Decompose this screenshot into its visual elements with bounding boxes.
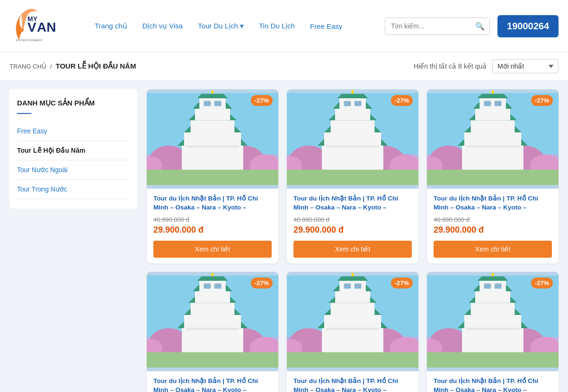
sidebar-item-tour-trong-nuoc[interactable]: Tour Trong Nước — [17, 180, 130, 199]
result-count-text: Hiển thị tất cả 8 kết quả — [414, 62, 487, 70]
sort-select[interactable]: Mới nhất Giá thấp nhất Giá cao nhất Nổi … — [492, 59, 559, 73]
svg-rect-47 — [344, 101, 351, 106]
result-sort: Hiển thị tất cả 8 kết quả Mới nhất Giá t… — [414, 59, 559, 73]
card-title[interactable]: Tour du lịch Nhật Bản | TP. Hồ Chí Minh … — [153, 377, 272, 392]
card-new-price: 29.900.000 đ — [153, 225, 272, 235]
svg-rect-14 — [184, 132, 241, 146]
product-card: -27% Tour du lịch Nhật Bản | TP. Hồ Chí … — [147, 89, 278, 263]
svg-point-69 — [491, 90, 494, 93]
sidebar-item-tour-le-hoi[interactable]: Tour Lễ Hội Đầu Năm — [17, 141, 130, 160]
svg-rect-49 — [287, 170, 418, 185]
svg-rect-18 — [195, 109, 230, 120]
card-title[interactable]: Tour du lịch Nhật Bản | TP. Hồ Chí Minh … — [293, 194, 412, 212]
svg-rect-25 — [214, 101, 222, 106]
svg-marker-90 — [197, 277, 228, 281]
svg-rect-93 — [204, 283, 211, 288]
svg-rect-48 — [355, 101, 362, 106]
card-body: Tour du lịch Nhật Bản | TP. Hồ Chí Minh … — [427, 189, 559, 263]
svg-marker-136 — [478, 277, 508, 281]
svg-rect-110 — [335, 291, 370, 303]
svg-rect-41 — [335, 109, 370, 120]
search-input[interactable] — [385, 18, 470, 34]
nav-free-easy[interactable]: Free Easy — [310, 22, 342, 30]
svg-rect-94 — [214, 283, 222, 288]
svg-marker-44 — [337, 94, 368, 98]
chevron-down-icon: ▾ — [240, 22, 244, 30]
phone-button[interactable]: 19000264 — [497, 15, 559, 37]
card-image-wrap: -27% — [427, 272, 559, 371]
svg-rect-118 — [287, 352, 418, 367]
svg-rect-60 — [464, 132, 521, 146]
card-title[interactable]: Tour du lịch Nhật Bản | TP. Hồ Chí Minh … — [153, 194, 272, 212]
svg-point-115 — [351, 273, 354, 276]
card-image-wrap: -27% — [147, 89, 278, 189]
svg-text:AN: AN — [37, 20, 56, 35]
search-icon: 🔍 — [475, 22, 485, 30]
product-grid-wrap: -27% Tour du lịch Nhật Bản | TP. Hồ Chí … — [147, 89, 559, 392]
discount-badge: -27% — [531, 95, 553, 106]
card-old-price: 40.990.000 đ — [293, 216, 412, 223]
svg-rect-112 — [339, 281, 366, 291]
svg-text:MY: MY — [27, 15, 38, 23]
svg-rect-72 — [427, 170, 559, 185]
svg-rect-133 — [475, 291, 510, 303]
svg-rect-89 — [199, 281, 226, 291]
card-image-wrap: -27% — [427, 89, 559, 189]
svg-rect-24 — [204, 101, 211, 106]
nav-tin-du-lich[interactable]: Tin Du Lịch — [259, 22, 295, 30]
nav-tour-du-lich[interactable]: Tour Du Lịch ▾ — [198, 22, 244, 30]
product-card: -27% Tour du lịch Nhật Bản | TP. Hồ Chí … — [427, 89, 559, 263]
sidebar-item-free-easy[interactable]: Free Easy — [17, 122, 130, 141]
breadcrumb-home[interactable]: TRANG CHỦ — [9, 63, 46, 70]
nav-trang-chu[interactable]: Trang chủ — [95, 22, 127, 30]
card-old-price: 40.990.000 đ — [434, 216, 552, 223]
logo[interactable]: V AN MY ENTERTAINMENT — [9, 7, 76, 45]
svg-rect-139 — [484, 283, 491, 288]
svg-rect-131 — [471, 303, 515, 315]
svg-rect-39 — [331, 120, 375, 132]
discount-badge: -27% — [531, 278, 553, 288]
svg-marker-113 — [337, 277, 368, 281]
card-image-wrap: -27% — [147, 272, 278, 371]
card-title[interactable]: Tour du lịch Nhật Bản | TP. Hồ Chí Minh … — [434, 194, 552, 212]
discount-badge: -27% — [251, 278, 273, 288]
discount-badge: -27% — [391, 278, 413, 288]
search-box: 🔍 — [385, 17, 490, 35]
svg-rect-129 — [464, 315, 521, 328]
product-card: -27% Tour du lịch Nhật Bản | TP. Hồ Chí … — [287, 272, 418, 392]
svg-rect-20 — [199, 98, 226, 109]
breadcrumb-current: TOUR LỄ HỘI ĐẦU NĂM — [56, 62, 136, 70]
card-body: Tour du lịch Nhật Bản | TP. Hồ Chí Minh … — [287, 189, 418, 263]
search-button[interactable]: 🔍 — [470, 18, 489, 35]
svg-marker-67 — [478, 94, 508, 98]
svg-rect-108 — [331, 303, 375, 315]
view-detail-button[interactable]: Xem chi tiết — [293, 241, 412, 258]
card-title[interactable]: Tour du lịch Nhật Bản | TP. Hồ Chí Minh … — [293, 377, 412, 392]
svg-marker-21 — [197, 94, 228, 98]
breadcrumb: TRANG CHỦ / TOUR LỄ HỘI ĐẦU NĂM — [9, 62, 136, 70]
view-detail-button[interactable]: Xem chi tiết — [434, 241, 552, 258]
svg-point-46 — [351, 90, 354, 93]
svg-rect-87 — [195, 291, 230, 303]
sidebar-divider — [17, 113, 31, 114]
main-content: DANH MỤC SẢN PHẨM Free Easy Tour Lễ Hội … — [0, 80, 568, 392]
svg-rect-117 — [355, 283, 362, 288]
svg-text:ENTERTAINMENT: ENTERTAINMENT — [16, 39, 43, 42]
breadcrumb-bar: TRANG CHỦ / TOUR LỄ HỘI ĐẦU NĂM Hiển thị… — [0, 52, 568, 80]
svg-rect-83 — [184, 315, 241, 328]
card-new-price: 29.900.000 đ — [293, 225, 412, 235]
sidebar-item-tour-nuoc-ngoai[interactable]: Tour Nước Ngoài — [17, 160, 130, 180]
svg-rect-141 — [427, 352, 559, 367]
svg-point-23 — [211, 90, 214, 93]
svg-rect-70 — [484, 101, 491, 106]
discount-badge: -27% — [251, 95, 273, 106]
card-body: Tour du lịch Nhật Bản | TP. Hồ Chí Minh … — [147, 371, 278, 392]
svg-rect-71 — [495, 101, 502, 106]
svg-rect-140 — [495, 283, 502, 288]
card-title[interactable]: Tour du lịch Nhật Bản | TP. Hồ Chí Minh … — [434, 377, 552, 392]
svg-rect-64 — [475, 109, 510, 120]
view-detail-button[interactable]: Xem chi tiết — [153, 241, 272, 258]
svg-rect-135 — [479, 281, 506, 291]
sidebar: DANH MỤC SẢN PHẨM Free Easy Tour Lễ Hội … — [9, 89, 137, 209]
nav-dich-vu-visa[interactable]: Dịch vụ Visa — [142, 22, 183, 30]
